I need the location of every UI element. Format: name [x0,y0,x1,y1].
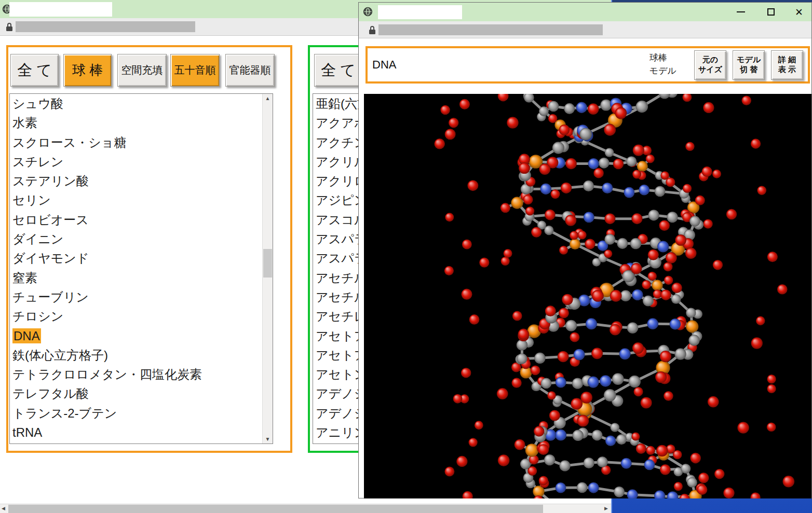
list-item[interactable]: ダイヤモンド [12,248,262,268]
list-item-label: ダイヤモンド [12,251,89,265]
viewer-toolbar: DNA 球棒 モデル 元の サイズ モデル 切 替 詳 細 表 示 [366,46,810,84]
viewer-titlebar: ✕ [359,3,811,21]
filter-button-ballstick[interactable]: 球 棒 [63,54,112,87]
list-item-label: セロビオース [12,213,89,227]
scroll-down-icon[interactable]: ▼ [263,435,273,443]
list-item-label: 窒素 [12,271,37,285]
list-item-label: チューブリン [12,290,89,304]
scroll-left-icon[interactable]: ◀ [2,504,5,513]
list-item[interactable]: DNA [12,326,262,345]
list-item[interactable]: セロビオース [12,210,262,229]
filter-button-all[interactable]: 全 て [10,54,59,87]
lock-icon [369,25,376,35]
list-item[interactable]: ステアリン酸 [12,171,262,190]
list-item[interactable]: シュウ酸 [12,94,262,113]
model-type-label: 球棒 モデル [649,52,676,77]
scrollbar-thumb[interactable] [263,249,272,278]
list-item-label: DNA [12,328,41,343]
filter-button-all-2[interactable]: 全 て [314,54,362,87]
list-item-label: tRNA [12,425,42,439]
list-item[interactable]: 水素 [12,113,262,132]
original-size-button[interactable]: 元の サイズ [694,50,726,80]
viewer-addressbar[interactable] [359,21,811,38]
globe-icon [363,7,373,17]
molecule-list-rows: シュウ酸水素スクロース・ショ糖スチレンステアリン酸セリンセロビオースダイニンダイ… [10,94,262,443]
list-item[interactable]: テトラクロロメタン・四塩化炭素 [12,365,262,384]
list-item[interactable]: チューブリン [12,287,262,307]
switch-model-button[interactable]: モデル 切 替 [733,50,765,80]
list-item-label: チロシン [12,309,63,323]
maximize-icon [767,8,775,16]
horizontal-scrollbar[interactable]: ◀ ▶ [0,504,611,513]
scroll-up-icon[interactable]: ▲ [263,94,273,103]
list-item-label: テトラクロロメタン・四塩化炭素 [12,367,202,381]
list-item[interactable]: 窒素 [12,268,262,287]
list-item[interactable]: チロシン [12,307,262,326]
list-item-label: ダイニン [12,232,63,246]
molecule-canvas[interactable] [364,94,811,498]
list-item-label: テレフタル酸 [12,386,89,400]
viewer-tab-title[interactable] [378,5,462,19]
list-item[interactable]: セリン [12,190,262,210]
list-item-label: スチレン [12,155,63,169]
left-url-text [16,21,195,32]
minimize-button[interactable] [730,3,751,21]
close-icon: ✕ [795,7,803,17]
horizontal-scrollbar-thumb[interactable] [8,505,543,513]
list-item[interactable]: ダイニン [12,229,262,248]
list-item-label: トランス-2-ブテン [12,406,117,420]
list-item-label: 鉄(体心立方格子) [12,348,108,362]
list-item-label: 水素 [12,116,37,130]
molecule-viewer[interactable] [364,94,811,498]
viewer-url-text [378,24,603,35]
list-item[interactable]: tRNA [12,423,262,442]
model-type-line2: モデル [649,66,676,76]
list-item-label: シュウ酸 [12,96,63,110]
detail-view-button[interactable]: 詳 細 表 示 [771,50,803,80]
list-item-label: スクロース・ショ糖 [12,135,126,149]
list-item[interactable]: スクロース・ショ糖 [12,133,262,152]
list-item[interactable]: トランス-2-ブテン [12,404,262,423]
list-item[interactable]: 鉄(体心立方格子) [12,345,262,365]
viewer-browser-window: ✕ DNA 球棒 モデル 元の サイズ モデル 切 替 詳 細 表 示 [358,2,812,498]
list-item[interactable]: テレフタル酸 [12,384,262,403]
filter-button-spacefill[interactable]: 空間充填 [117,54,167,87]
list-item-label: セリン [12,193,51,207]
sort-button-alphabetical[interactable]: 五十音順 [170,54,220,87]
maximize-button[interactable] [761,3,781,21]
molecule-name-label: DNA [372,58,396,72]
vertical-scrollbar[interactable]: ▲ ▼ [262,94,273,443]
left-tab-title[interactable] [9,2,112,17]
minimize-icon [737,11,745,12]
molecule-list: シュウ酸水素スクロース・ショ糖スチレンステアリン酸セリンセロビオースダイニンダイ… [9,93,273,444]
list-item-label: ステアリン酸 [12,174,89,188]
lock-icon [6,22,13,32]
molecule-list-panel: 全 て 球 棒 空間充填 五十音順 官能器順 シュウ酸水素スクロース・ショ糖スチ… [6,45,292,453]
sort-button-functional[interactable]: 官能器順 [225,54,275,87]
list-item[interactable]: スチレン [12,152,262,171]
close-button[interactable]: ✕ [789,3,809,21]
scroll-right-icon[interactable]: ▶ [604,504,608,513]
model-type-line1: 球棒 [649,53,667,63]
